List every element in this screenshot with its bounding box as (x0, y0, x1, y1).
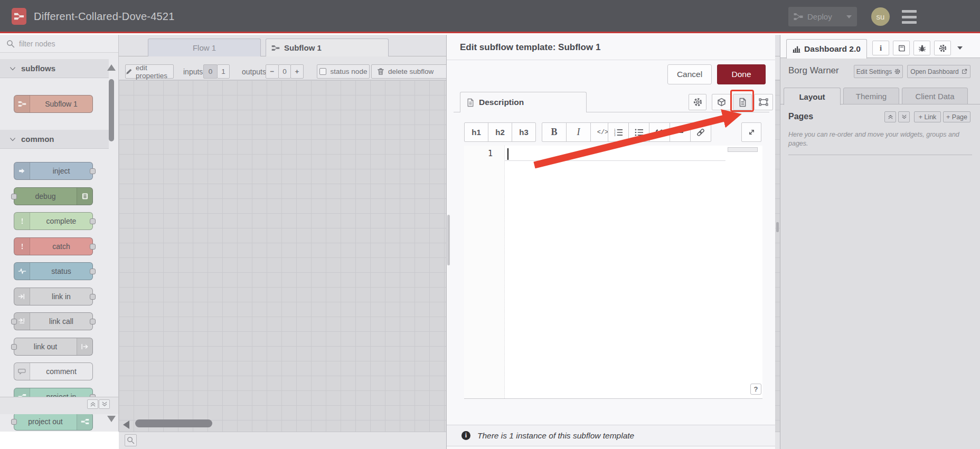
output-count-field[interactable]: 0 (278, 64, 291, 79)
project-name: Borg Warner (788, 65, 839, 76)
inputs-one-button[interactable]: 1 (217, 64, 230, 79)
deploy-nodes-icon (794, 13, 803, 21)
palette-node-subflow-1[interactable]: Subflow 1 (14, 95, 93, 113)
status-node-toggle[interactable]: status node (317, 64, 370, 79)
help-book-button[interactable] (893, 41, 910, 55)
info-tab-button[interactable]: i (872, 41, 889, 55)
user-avatar[interactable]: su (871, 7, 890, 26)
pages-move-down-button[interactable] (898, 111, 910, 122)
palette-node-catch[interactable]: catch (14, 237, 93, 255)
palette-node-status[interactable]: status (14, 262, 93, 280)
debug-icon (77, 188, 92, 205)
tray-resize-handle[interactable] (447, 215, 450, 265)
properties-gear-button[interactable] (689, 94, 706, 110)
done-button[interactable]: Done (717, 64, 766, 84)
canvas-horizontal-scrollbar[interactable] (135, 419, 212, 427)
palette-node-link-in[interactable]: link in (14, 288, 93, 305)
delete-subflow-button[interactable]: delete subflow (371, 64, 456, 79)
palette-scrollbar[interactable] (109, 79, 114, 141)
palette-node-comment[interactable]: comment (14, 362, 93, 380)
appearance-frame-button[interactable] (754, 94, 773, 110)
node-port (90, 218, 96, 224)
tab-client-data[interactable]: Client Data (902, 88, 968, 104)
edit-settings-button[interactable]: Edit Settings (854, 65, 903, 78)
checkbox-icon[interactable] (319, 68, 326, 75)
palette-node-complete[interactable]: complete (14, 212, 93, 230)
sidebar-menu-caret-icon[interactable] (957, 46, 963, 50)
description-editor[interactable]: 1 ? (464, 146, 762, 399)
node-port (90, 168, 96, 174)
add-link-button[interactable]: + Link (914, 111, 941, 122)
palette-node-inject[interactable]: inject (14, 162, 93, 180)
exclamation-icon (14, 238, 30, 255)
subflow-icon (14, 95, 30, 112)
canvas-search-button[interactable] (125, 434, 137, 446)
editor-scrollbar[interactable] (728, 147, 758, 152)
filter-nodes-input[interactable] (19, 40, 103, 48)
palette-node-project-out[interactable]: project out (14, 413, 93, 431)
tab-flow-1[interactable]: Flow 1 (148, 39, 261, 56)
unordered-list-button[interactable] (628, 122, 649, 142)
ordered-list-button[interactable]: 123 (608, 122, 629, 142)
palette-node-label: link in (30, 292, 92, 301)
node-port (90, 294, 96, 300)
sidebar-splitter-handle[interactable] (776, 222, 779, 232)
deploy-button[interactable]: Deploy (788, 7, 857, 26)
divider (788, 155, 972, 155)
h3-button[interactable]: h3 (512, 122, 536, 142)
right-sidebar: Dashboard 2.0 i Borg Warner Edit Setting… (780, 35, 980, 449)
edit-subflow-dialog: Edit subflow template: Subflow 1 Cancel … (446, 35, 775, 449)
horizontal-rule-button[interactable] (670, 122, 691, 142)
palette-node-link-out[interactable]: link out (14, 338, 93, 356)
edit-properties-button[interactable]: edit properties (125, 64, 174, 79)
node-port (90, 244, 96, 250)
remove-output-button[interactable]: − (266, 64, 279, 79)
node-port (11, 344, 17, 350)
chevron-down-icon (10, 136, 16, 142)
h1-button[interactable]: h1 (464, 122, 488, 142)
config-gear-button[interactable] (934, 41, 951, 55)
edit-properties-label: edit properties (136, 64, 173, 80)
tab-dashboard-2[interactable]: Dashboard 2.0 (786, 39, 867, 59)
tab-theming[interactable]: Theming (843, 88, 899, 104)
blockquote-button[interactable] (649, 122, 670, 142)
palette-scroll-up-icon[interactable] (107, 64, 116, 71)
tab-subflow-1[interactable]: Subflow 1 (266, 39, 389, 56)
palette-scroll-down-icon[interactable] (107, 416, 116, 422)
dialog-title: Edit subflow template: Subflow 1 (447, 35, 775, 60)
inputs-label: inputs: (183, 68, 205, 76)
palette-category-subflows[interactable]: subflows (0, 59, 109, 78)
debug-bug-button[interactable] (913, 41, 930, 55)
editor-help-button[interactable]: ? (750, 384, 761, 395)
add-page-button[interactable]: + Page (943, 111, 970, 122)
tab-description[interactable]: Description (460, 92, 587, 112)
instance-count-text: There is 1 instance of this subflow temp… (477, 431, 634, 441)
link-button[interactable] (690, 122, 711, 142)
add-output-button[interactable]: + (290, 64, 304, 79)
expand-categories-button[interactable] (99, 399, 110, 409)
bold-button[interactable]: B (542, 122, 567, 142)
deploy-caret-icon[interactable] (846, 15, 852, 18)
pages-move-up-button[interactable] (884, 111, 896, 122)
palette-node-debug[interactable]: debug (14, 187, 93, 205)
expand-editor-button[interactable] (741, 122, 761, 142)
collapse-categories-button[interactable] (87, 399, 98, 409)
node-port (90, 269, 96, 274)
edit-settings-label: Edit Settings (856, 68, 892, 75)
cancel-button[interactable]: Cancel (667, 64, 712, 84)
palette-node-link-call[interactable]: link call (14, 312, 93, 330)
module-cube-button[interactable] (712, 94, 731, 110)
open-dashboard-button[interactable]: Open Dashboard (907, 65, 970, 78)
inputs-zero-button[interactable]: 0 (203, 64, 218, 79)
palette-node-label: inject (30, 167, 92, 175)
canvas-scroll-left-icon[interactable] (123, 421, 129, 429)
palette-category-common[interactable]: common (0, 130, 109, 149)
tab-label: Subflow 1 (284, 43, 322, 52)
italic-button[interactable]: I (566, 122, 591, 142)
page-title: Different-Collared-Dove-4521 (34, 0, 174, 33)
tab-layout[interactable]: Layout (784, 88, 841, 105)
tab-label: Flow 1 (193, 43, 216, 52)
category-label: common (21, 135, 54, 144)
main-menu-icon[interactable] (902, 10, 917, 24)
h2-button[interactable]: h2 (488, 122, 512, 142)
